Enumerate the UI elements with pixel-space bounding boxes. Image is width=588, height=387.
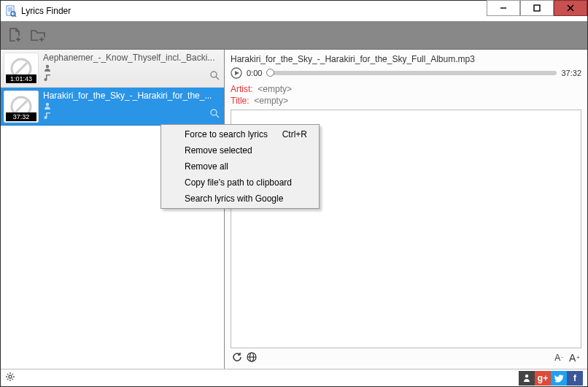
duration-time: 37:32: [561, 69, 581, 77]
now-playing-file: Harakiri_for_the_Sky_-_Harakiri_for_the_…: [229, 53, 583, 66]
social-musixmatch-icon[interactable]: [519, 371, 535, 386]
social-google-plus-icon[interactable]: g+: [535, 371, 551, 386]
seek-bar[interactable]: [266, 71, 557, 75]
music-note-icon: [43, 73, 52, 82]
artist-value: <empty>: [258, 84, 292, 94]
track-search-icon[interactable]: [209, 108, 220, 120]
svg-line-39: [7, 379, 8, 380]
globe-icon[interactable]: [247, 352, 257, 364]
svg-point-18: [46, 65, 49, 68]
artist-label: Artist:: [231, 84, 253, 94]
svg-point-24: [211, 110, 217, 115]
svg-line-37: [12, 379, 13, 380]
track-name: Harakiri_for_the_Sky_-_Harakiri_for_the_…: [43, 91, 221, 101]
window-buttons: [487, 1, 587, 21]
ctx-label: Remove all: [185, 161, 228, 172]
social-twitter-icon[interactable]: [551, 371, 567, 386]
ctx-copy-path[interactable]: Copy file's path to clipboard: [163, 175, 317, 191]
svg-line-20: [216, 77, 219, 80]
minimize-button[interactable]: [487, 0, 520, 16]
refresh-icon[interactable]: [232, 352, 242, 364]
artist-line: Artist: <empty>: [229, 83, 583, 95]
details-pane: Harakiri_for_the_Sky_-_Harakiri_for_the_…: [224, 50, 587, 369]
ctx-label: Copy file's path to clipboard: [185, 177, 292, 188]
svg-point-23: [46, 103, 49, 106]
track-thumbnail: 1:01:43: [4, 53, 39, 85]
track-thumbnail: 37:32: [4, 91, 39, 123]
play-button[interactable]: [231, 67, 242, 79]
track-duration-badge: 1:01:43: [6, 74, 36, 83]
svg-line-5: [15, 15, 16, 17]
svg-line-38: [12, 374, 13, 375]
svg-point-19: [211, 72, 217, 77]
position-time: 0:00: [247, 69, 262, 77]
svg-line-36: [7, 374, 8, 375]
status-bar: g+ f: [1, 369, 587, 386]
track-row[interactable]: 37:32 Harakiri_for_the_Sky_-_Harakiri_fo…: [1, 88, 224, 126]
title-label: Title:: [231, 96, 249, 106]
svg-point-31: [9, 375, 12, 378]
main-area: 1:01:43 Aephanemer_-_Know_Thyself_incl._…: [1, 49, 587, 369]
svg-rect-7: [534, 5, 540, 11]
title-value: <empty>: [254, 96, 288, 106]
titlebar[interactable]: Lyrics Finder: [1, 1, 587, 21]
track-duration-badge: 37:32: [6, 112, 36, 121]
svg-line-25: [216, 115, 219, 118]
maximize-button[interactable]: [520, 0, 554, 16]
social-facebook-icon[interactable]: f: [567, 371, 583, 386]
player-controls: 0:00 37:32: [229, 66, 583, 83]
person-icon: [43, 64, 52, 72]
app-icon: [5, 5, 17, 17]
ctx-search-google[interactable]: Search lyrics with Google: [163, 191, 317, 207]
title-line: Title: <empty>: [229, 95, 583, 107]
ctx-label: Search lyrics with Google: [185, 194, 283, 204]
close-button[interactable]: [554, 0, 587, 16]
font-larger-button[interactable]: A+: [569, 352, 580, 364]
track-name: Aephanemer_-_Know_Thyself_incl._Backi...: [43, 53, 221, 63]
ctx-label: Force to search lyrics: [185, 129, 268, 139]
svg-line-17: [15, 63, 27, 74]
toolbar: [1, 21, 587, 49]
seek-knob[interactable]: [266, 69, 274, 77]
details-footer: A- A+: [229, 350, 583, 366]
app-title: Lyrics Finder: [21, 6, 487, 16]
ctx-force-search[interactable]: Force to search lyrics Ctrl+R: [163, 126, 317, 142]
ctx-shortcut: Ctrl+R: [282, 129, 307, 139]
ctx-remove-selected[interactable]: Remove selected: [163, 142, 317, 158]
font-smaller-button[interactable]: A-: [554, 353, 563, 363]
context-menu: Force to search lyrics Ctrl+R Remove sel…: [160, 124, 320, 209]
track-list: 1:01:43 Aephanemer_-_Know_Thyself_incl._…: [1, 50, 224, 369]
settings-icon[interactable]: [5, 372, 15, 384]
ctx-remove-all[interactable]: Remove all: [163, 158, 317, 175]
ctx-label: Remove selected: [185, 145, 252, 156]
track-search-icon[interactable]: [209, 70, 220, 83]
svg-line-22: [15, 101, 27, 112]
svg-point-40: [525, 374, 528, 377]
add-folder-button[interactable]: [28, 26, 47, 45]
app-window: Lyrics Finder 1:01:43 Aephanemer_: [0, 0, 588, 387]
social-links: g+ f: [519, 371, 583, 386]
track-row[interactable]: 1:01:43 Aephanemer_-_Know_Thyself_incl._…: [1, 50, 224, 88]
person-icon: [43, 101, 52, 110]
svg-marker-27: [235, 71, 239, 75]
add-file-button[interactable]: [5, 26, 24, 45]
music-note-icon: [43, 111, 52, 120]
